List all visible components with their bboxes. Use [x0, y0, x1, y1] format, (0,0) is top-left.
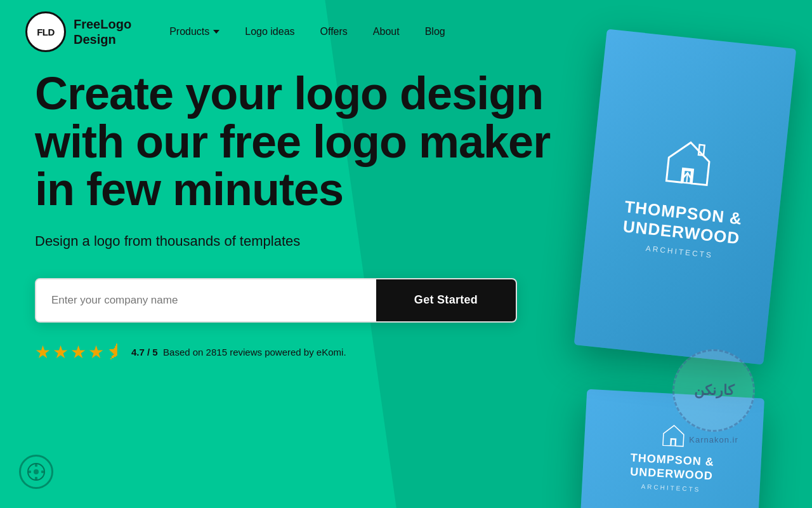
- svg-rect-3: [41, 471, 44, 473]
- brand-logo[interactable]: FLD FreeLogo Design: [25, 11, 131, 52]
- svg-rect-2: [29, 471, 31, 473]
- svg-point-1: [34, 469, 39, 474]
- rating-area: ★ ★ ★ ★ ⯨ 4.7 / 5 Based on 2815 reviews …: [35, 342, 555, 363]
- hero-section: FLD FreeLogo Design Products Logo ideas: [0, 0, 812, 508]
- nav-links: Products Logo ideas Offers About: [169, 26, 445, 37]
- star-3: ★: [70, 342, 86, 363]
- company-name-search-bar[interactable]: Get Started: [35, 278, 517, 323]
- hero-content: Create your logo design with our free lo…: [35, 70, 555, 363]
- search-input[interactable]: [36, 279, 376, 321]
- watermark: کارنکن Karnakon.ir: [672, 349, 755, 444]
- nav-item-logo-ideas[interactable]: Logo ideas: [245, 26, 294, 37]
- film-icon[interactable]: [19, 455, 53, 489]
- nav-item-about[interactable]: About: [373, 26, 400, 37]
- card-company-name: THOMPSON & UNDERWOOD: [622, 197, 743, 249]
- watermark-rtl-text: کارنکن: [694, 382, 734, 399]
- svg-rect-4: [35, 464, 37, 467]
- card-company-sub: ARCHITECTS: [645, 244, 714, 260]
- nav-item-offers[interactable]: Offers: [320, 26, 348, 37]
- svg-rect-5: [35, 477, 37, 479]
- star-2: ★: [53, 342, 69, 363]
- star-4: ★: [88, 342, 104, 363]
- house-icon: [660, 135, 716, 193]
- rating-score: 4.7 / 5 Based on 2815 reviews powered by…: [131, 347, 346, 358]
- nav-item-products[interactable]: Products: [169, 26, 219, 37]
- chevron-down-icon: [213, 30, 219, 34]
- svg-line-9: [686, 174, 687, 183]
- card2-company-sub: ARCHITECTS: [641, 483, 700, 493]
- hero-heading: Create your logo design with our free lo…: [35, 70, 555, 214]
- star-half: ⯨: [106, 342, 124, 363]
- star-rating: ★ ★ ★ ★ ⯨: [35, 342, 124, 363]
- logo-text: FreeLogo Design: [74, 17, 131, 47]
- card2-company-name: THOMPSON & UNDERWOOD: [629, 451, 714, 483]
- navigation: FLD FreeLogo Design Products Logo ideas: [0, 0, 812, 64]
- watermark-url: Karnakon.ir: [672, 435, 755, 444]
- get-started-button[interactable]: Get Started: [376, 279, 516, 321]
- hero-subtext: Design a logo from thousands of template…: [35, 233, 555, 250]
- star-1: ★: [35, 342, 51, 363]
- logo-circle: FLD: [25, 11, 66, 52]
- logo-card-preview: THOMPSON & UNDERWOOD ARCHITECTS: [574, 29, 797, 365]
- watermark-circle: کارنکن: [672, 349, 755, 432]
- nav-item-blog[interactable]: Blog: [425, 26, 445, 37]
